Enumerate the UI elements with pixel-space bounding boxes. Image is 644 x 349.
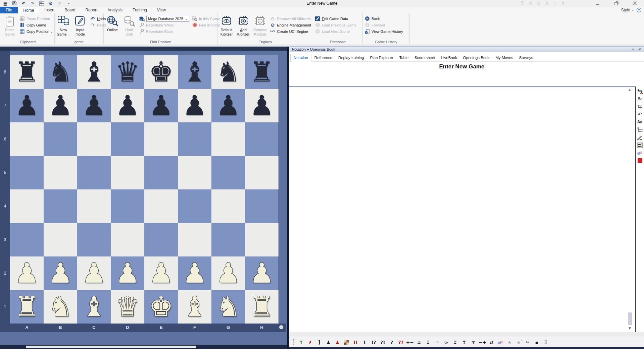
square-f2[interactable]: ♟ <box>178 256 211 290</box>
compensation-button[interactable]: ∞= <box>451 338 460 346</box>
menu-tab-insert[interactable]: Insert <box>39 7 59 13</box>
menu-tab-training[interactable]: Training <box>128 7 152 13</box>
square-a2[interactable]: ♟ <box>10 256 44 290</box>
square-b2[interactable]: ♟ <box>44 256 77 290</box>
tab-notation[interactable]: Notation <box>290 54 311 62</box>
ribbon-button-forward[interactable]: »Forward <box>363 22 404 28</box>
rotate-back-icon[interactable]: ↶ <box>636 111 644 118</box>
star-plus-button[interactable]: ★+ <box>514 338 523 346</box>
question-exclam-button[interactable]: ?! <box>378 338 387 346</box>
square-b4[interactable] <box>44 189 77 223</box>
panel-menu-icon[interactable]: ▾ <box>632 47 634 52</box>
text-annotation-icon[interactable]: Aa <box>636 119 644 125</box>
menu-tab-view[interactable]: View <box>152 7 171 13</box>
square-f4[interactable] <box>178 189 211 223</box>
annotate-pen-icon[interactable] <box>636 134 644 141</box>
square-g1[interactable]: ♞ <box>211 290 245 324</box>
tab-score-sheet[interactable]: Score sheet <box>411 54 438 61</box>
square-f1[interactable]: ♝ <box>178 290 211 324</box>
square-f3[interactable] <box>178 223 211 256</box>
square-b8[interactable]: ♞ <box>44 55 77 89</box>
square-c1[interactable]: ♝ <box>77 290 111 324</box>
help-button[interactable]: ? <box>637 8 641 12</box>
square-a6[interactable] <box>10 122 44 156</box>
scroll-up-icon[interactable]: ▲ <box>629 88 631 91</box>
tab-plan-explorer[interactable]: Plan Explorer <box>367 54 396 61</box>
square-h3[interactable] <box>245 223 279 256</box>
square-e7[interactable]: ♟ <box>144 89 178 122</box>
ribbon-button-edit-game-data[interactable]: Edit Game Data <box>314 15 357 22</box>
square-g8[interactable]: ♞ <box>211 55 245 89</box>
database-dropdown-box[interactable]: Mega Database 2025⌄ <box>146 16 189 22</box>
double-exclam-button[interactable]: !! <box>351 338 360 346</box>
tab-my-moves[interactable]: My Moves <box>493 54 516 61</box>
ribbon-button-default-kibitzer[interactable]: Default Kibitzer <box>218 14 235 40</box>
bracket-button[interactable]: ] <box>315 338 324 346</box>
square-f8[interactable]: ♝ <box>178 55 211 89</box>
square-a7[interactable]: ♟ <box>10 89 44 122</box>
square-d3[interactable] <box>111 223 144 256</box>
double-question-button[interactable]: ?? <box>396 338 405 346</box>
bulb-icon[interactable]: ☼ <box>57 1 63 6</box>
ribbon-button-online[interactable]: Online <box>104 14 120 40</box>
white-slightly-better-button[interactable]: += <box>424 338 433 346</box>
ribbon-button-copy-game[interactable]: Copy Game <box>18 22 54 28</box>
equal-button[interactable]: = <box>433 338 442 346</box>
app-grid-icon[interactable]: ▦ <box>2 1 8 6</box>
square-e6[interactable] <box>144 122 178 156</box>
ribbon-button-find-in-shop[interactable]: Find in Shop <box>191 22 221 28</box>
square-g3[interactable] <box>211 223 245 256</box>
square-h8[interactable]: ♜ <box>245 55 279 89</box>
square-c6[interactable] <box>77 122 111 156</box>
variation-arrows-icon[interactable] <box>636 88 644 95</box>
square-b6[interactable] <box>44 122 77 156</box>
black-slightly-better-button[interactable]: =+ <box>460 338 469 346</box>
scissors-button[interactable]: ✂ <box>523 338 532 346</box>
square-a1[interactable]: ♜ <box>10 290 44 324</box>
ribbon-button-load-previous-game[interactable]: ‹Load Previous Game <box>314 22 357 28</box>
square-g2[interactable]: ♟ <box>211 256 245 290</box>
save-icon[interactable] <box>11 1 17 6</box>
counterplay-button[interactable]: ⇄ <box>487 338 496 346</box>
square-e2[interactable]: ♟ <box>144 256 178 290</box>
tab-reference[interactable]: Reference <box>311 54 335 61</box>
square-b1[interactable]: ♞ <box>44 290 77 324</box>
notation-editor[interactable] <box>289 86 635 332</box>
tab-replay-training[interactable]: Replay training <box>335 54 367 61</box>
exchange-arrows-icon[interactable]: ⇆ <box>636 103 644 110</box>
dot-button[interactable]: ▪ <box>532 338 541 346</box>
square-b3[interactable] <box>44 223 77 256</box>
square-c7[interactable]: ♟ <box>77 89 111 122</box>
ribbon-button-paste-game[interactable]: Paste Game <box>2 14 18 40</box>
variation-tree-icon[interactable] <box>636 126 644 133</box>
square-c2[interactable]: ♟ <box>77 256 111 290</box>
square-d5[interactable] <box>111 156 144 189</box>
notation-scrollbar[interactable]: ▲ ▼ <box>628 87 633 331</box>
undo-icon[interactable]: ↶ <box>20 1 27 6</box>
exclam-button[interactable]: ! <box>360 338 369 346</box>
square-c8[interactable]: ♝ <box>77 55 111 89</box>
settings-gear-icon[interactable]: ⚙ <box>48 1 54 6</box>
eraser-button[interactable] <box>496 338 505 346</box>
ribbon-button-new-game[interactable]: New Game ⌄ <box>55 14 71 40</box>
square-d2[interactable]: ♟ <box>111 256 144 290</box>
menu-tab-board[interactable]: Board <box>59 7 80 13</box>
square-e8[interactable]: ♚ <box>144 55 178 89</box>
ribbon-button-back[interactable]: «Back <box>363 15 404 22</box>
square-h7[interactable]: ♟ <box>245 89 279 122</box>
menu-tab-report[interactable]: Report <box>80 7 102 13</box>
pieces-palette-icon[interactable] <box>636 142 644 149</box>
tab-surveys[interactable]: Surveys <box>516 54 536 61</box>
square-h2[interactable]: ♟ <box>245 256 279 290</box>
unclear-button[interactable]: ∞ <box>442 338 451 346</box>
square-f7[interactable]: ♟ <box>178 89 211 122</box>
scroll-thumb[interactable] <box>628 312 632 325</box>
star-button[interactable]: ★ <box>505 338 514 346</box>
scroll-down-icon[interactable]: ▼ <box>629 327 631 330</box>
promote-up-button[interactable]: ↑ <box>297 338 306 346</box>
square-a3[interactable] <box>10 223 44 256</box>
question-button[interactable]: ? <box>387 338 396 346</box>
square-a4[interactable] <box>10 189 44 223</box>
square-c3[interactable] <box>77 223 111 256</box>
database-dropdown[interactable]: Mega Database 2025⌄ <box>138 15 190 22</box>
